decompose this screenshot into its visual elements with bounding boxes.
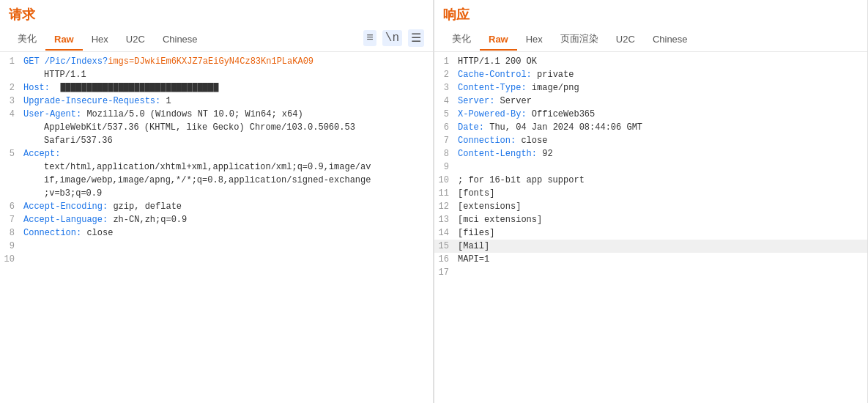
menu-icon[interactable]: ☰	[408, 29, 424, 47]
line-content: User-Agent: Mozilla/5.0 (Windows NT 10.0…	[21, 108, 355, 147]
tab-request-hex[interactable]: Hex	[83, 29, 117, 51]
line-content: Date: Thu, 04 Jan 2024 08:44:06 GMT	[455, 121, 642, 134]
line-content: Accept-Language: zh-CN,zh;q=0.9	[21, 213, 187, 226]
table-row: 5Accept:text/html,application/xhtml+xml,…	[0, 147, 433, 200]
table-row: 13[mci extensions]	[434, 213, 867, 226]
line-number: 3	[0, 95, 21, 108]
line-content: [files]	[455, 226, 494, 240]
table-row: 10	[0, 253, 433, 266]
tab-request-u2c[interactable]: U2C	[117, 29, 154, 51]
line-content: Server: Server	[455, 95, 532, 108]
line-content: HTTP/1.1 200 OK	[455, 55, 537, 68]
table-row: 7Accept-Language: zh-CN,zh;q=0.9	[0, 213, 433, 226]
line-number: 7	[0, 213, 21, 226]
table-row: 11[fonts]	[434, 187, 867, 200]
line-number: 8	[434, 147, 455, 160]
line-content: GET /Pic/Indexs?imgs=DJwkiEm6KXJZ7aEiGyN…	[21, 55, 314, 81]
line-number: 6	[0, 200, 21, 213]
line-content: [fonts]	[455, 187, 494, 200]
line-number: 5	[434, 108, 455, 121]
line-number: 5	[0, 147, 21, 200]
table-row: 2Host: ██████████████████████████████	[0, 81, 433, 95]
line-number: 3	[434, 81, 455, 95]
request-tab-bar: 美化 Raw Hex U2C Chinese ≡ \n ☰	[9, 28, 424, 51]
line-number: 7	[434, 134, 455, 147]
request-title: 请求	[9, 6, 424, 23]
line-number: 1	[0, 55, 21, 81]
newline-icon[interactable]: \n	[382, 30, 402, 46]
line-number: 12	[434, 200, 455, 213]
table-row: 3Content-Type: image/png	[434, 81, 867, 95]
table-row: 4User-Agent: Mozilla/5.0 (Windows NT 10.…	[0, 108, 433, 147]
line-number: 16	[434, 253, 455, 266]
line-content: [extensions]	[455, 200, 521, 213]
line-content: Content-Type: image/png	[455, 81, 579, 95]
tab-response-u2c[interactable]: U2C	[607, 29, 644, 51]
line-content	[21, 240, 23, 253]
line-number: 10	[0, 253, 21, 266]
response-title: 响应	[443, 6, 858, 23]
line-content	[21, 253, 23, 266]
line-content: Upgrade-Insecure-Requests: 1	[21, 95, 171, 108]
tab-response-hex[interactable]: Hex	[517, 29, 552, 51]
table-row: 10; for 16-bit app support	[434, 174, 867, 187]
line-number: 15	[434, 240, 455, 253]
line-number: 4	[0, 108, 21, 147]
response-content: 1HTTP/1.1 200 OK2Cache-Control: private3…	[434, 52, 867, 403]
line-number: 1	[434, 55, 455, 68]
line-content	[455, 160, 458, 174]
request-toolbar: ≡ \n ☰	[363, 29, 424, 50]
table-row: 4Server: Server	[434, 95, 867, 108]
request-content: 1GET /Pic/Indexs?imgs=DJwkiEm6KXJZ7aEiGy…	[0, 52, 433, 403]
line-content: Connection: close	[21, 226, 113, 240]
request-panel: 请求 美化 Raw Hex U2C Chinese ≡ \n ☰ 1GET /P…	[0, 0, 434, 403]
line-number: 2	[434, 68, 455, 81]
line-content: Accept-Encoding: gzip, deflate	[21, 200, 182, 213]
line-content	[455, 266, 458, 279]
line-number: 14	[434, 226, 455, 240]
table-row: 3Upgrade-Insecure-Requests: 1	[0, 95, 433, 108]
response-tab-bar: 美化 Raw Hex 页面渲染 U2C Chinese	[443, 28, 858, 51]
tab-response-beautify[interactable]: 美化	[443, 28, 480, 51]
table-row: 6Accept-Encoding: gzip, deflate	[0, 200, 433, 213]
line-number: 11	[434, 187, 455, 200]
line-content: Connection: close	[455, 134, 547, 147]
line-content: Cache-Control: private	[455, 68, 574, 81]
table-row: 8Connection: close	[0, 226, 433, 240]
line-content: MAPI=1	[455, 253, 489, 266]
table-row: 15[Mail]	[434, 240, 867, 253]
table-row: 17	[434, 266, 867, 279]
table-row: 7Connection: close	[434, 134, 867, 147]
tab-request-raw[interactable]: Raw	[45, 29, 83, 51]
line-number: 2	[0, 81, 21, 95]
response-header: 响应 美化 Raw Hex 页面渲染 U2C Chinese	[434, 0, 867, 52]
line-content: [Mail]	[455, 240, 489, 253]
line-content: X-Powered-By: OfficeWeb365	[455, 108, 595, 121]
line-content: Content-Length: 92	[455, 147, 553, 160]
line-content: ; for 16-bit app support	[455, 174, 585, 187]
table-row: 1HTTP/1.1 200 OK	[434, 55, 867, 68]
tab-response-chinese[interactable]: Chinese	[644, 29, 697, 51]
table-row: 9	[434, 160, 867, 174]
line-number: 8	[0, 226, 21, 240]
line-number: 13	[434, 213, 455, 226]
wrap-icon[interactable]: ≡	[363, 30, 376, 46]
table-row: 5X-Powered-By: OfficeWeb365	[434, 108, 867, 121]
line-number: 9	[434, 160, 455, 174]
table-row: 9	[0, 240, 433, 253]
tab-request-beautify[interactable]: 美化	[9, 28, 45, 51]
tab-request-chinese[interactable]: Chinese	[154, 29, 207, 51]
response-panel: 响应 美化 Raw Hex 页面渲染 U2C Chinese 1HTTP/1.1…	[434, 0, 868, 403]
line-number: 17	[434, 266, 455, 279]
line-number: 4	[434, 95, 455, 108]
table-row: 1GET /Pic/Indexs?imgs=DJwkiEm6KXJZ7aEiGy…	[0, 55, 433, 81]
request-header: 请求 美化 Raw Hex U2C Chinese ≡ \n ☰	[0, 0, 433, 52]
line-content: [mci extensions]	[455, 213, 542, 226]
table-row: 6Date: Thu, 04 Jan 2024 08:44:06 GMT	[434, 121, 867, 134]
line-number: 10	[434, 174, 455, 187]
tab-response-pagerender[interactable]: 页面渲染	[552, 28, 607, 51]
table-row: 12[extensions]	[434, 200, 867, 213]
line-number: 6	[434, 121, 455, 134]
tab-response-raw[interactable]: Raw	[480, 29, 517, 51]
line-content: Accept:text/html,application/xhtml+xml,a…	[21, 147, 371, 200]
